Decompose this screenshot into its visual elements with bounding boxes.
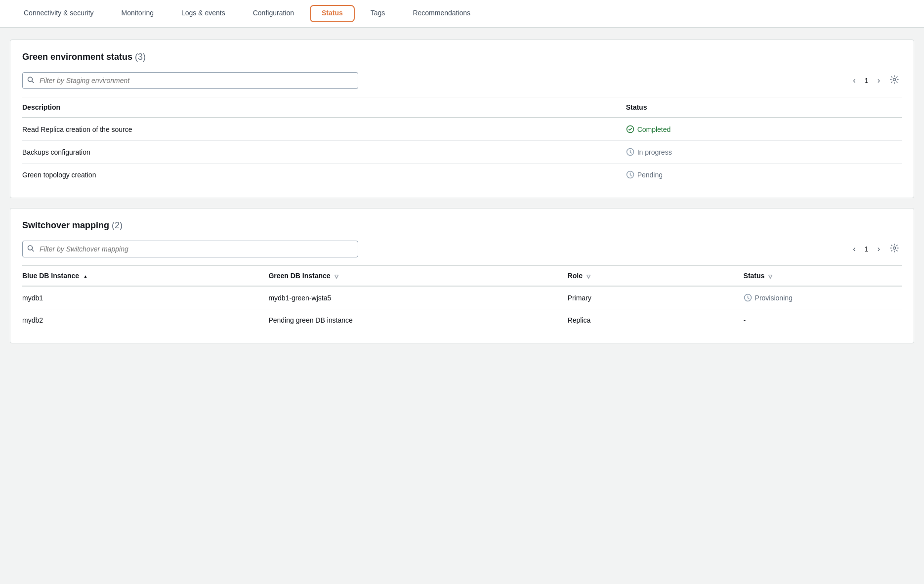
green-status-table-header: Description Status — [22, 97, 902, 118]
tab-recommendations[interactable]: Recommendations — [399, 0, 484, 27]
green-status-count: (3) — [135, 52, 146, 62]
cell-blue-db: mydb1 — [22, 286, 268, 309]
sort-desc-icon: ▽ — [768, 274, 772, 279]
svg-point-12 — [893, 247, 896, 249]
green-status-title: Green environment status (3) — [22, 52, 902, 62]
green-status-col-status: Status — [626, 97, 902, 118]
sort-desc-icon: ▽ — [335, 274, 338, 279]
cell-status: Completed — [626, 118, 902, 141]
switchover-settings-btn[interactable] — [887, 242, 902, 257]
switchover-mapping-card: Switchover mapping (2) ‹ 1 — [10, 208, 914, 343]
cell-role: Replica — [568, 309, 744, 332]
tab-tags[interactable]: Tags — [357, 0, 399, 27]
status-badge: In progress — [626, 148, 894, 156]
status-badge: Pending — [626, 170, 894, 179]
switchover-search-wrapper — [22, 241, 358, 257]
switchover-col-blue-db: Blue DB Instance ▲ — [22, 266, 268, 287]
green-status-search-input[interactable] — [22, 72, 358, 89]
switchover-title: Switchover mapping (2) — [22, 220, 902, 231]
cell-description: Green topology creation — [22, 164, 626, 186]
switchover-table: Blue DB Instance ▲ Green DB Instance ▽ R… — [22, 265, 902, 331]
green-status-prev-btn[interactable]: ‹ — [850, 74, 858, 87]
svg-line-6 — [630, 152, 631, 153]
switchover-count: (2) — [112, 220, 123, 230]
tab-configuration[interactable]: Configuration — [239, 0, 308, 27]
svg-line-1 — [32, 81, 34, 83]
green-status-search-wrapper — [22, 72, 358, 89]
cell-green-db: Pending green DB instance — [268, 309, 567, 332]
green-status-settings-btn[interactable] — [887, 73, 902, 88]
green-status-next-btn[interactable]: › — [875, 74, 883, 87]
switchover-search-row: ‹ 1 › — [22, 241, 902, 257]
cell-status: Provisioning — [744, 286, 902, 309]
table-row: mydb1 mydb1-green-wjsta5 Primary Provisi… — [22, 286, 902, 309]
tab-status[interactable]: Status — [310, 5, 355, 22]
cell-description: Read Replica creation of the source — [22, 118, 626, 141]
switchover-page-num: 1 — [863, 245, 871, 253]
green-status-page-num: 1 — [863, 77, 871, 84]
switchover-next-btn[interactable]: › — [875, 243, 883, 255]
tab-monitoring[interactable]: Monitoring — [108, 0, 168, 27]
cell-status: In progress — [626, 141, 902, 164]
switchover-col-green-db: Green DB Instance ▽ — [268, 266, 567, 287]
cell-status: - — [744, 309, 902, 332]
green-status-table: Description Status Read Replica creation… — [22, 97, 902, 186]
cell-status: Pending — [626, 164, 902, 186]
cell-description: Backups configuration — [22, 141, 626, 164]
status-badge: - — [744, 316, 746, 324]
status-badge: Provisioning — [744, 293, 894, 302]
table-row: Read Replica creation of the source Comp… — [22, 118, 902, 141]
cell-blue-db: mydb2 — [22, 309, 268, 332]
switchover-pagination: ‹ 1 › — [850, 242, 902, 257]
switchover-col-role: Role ▽ — [568, 266, 744, 287]
sort-asc-icon: ▲ — [83, 274, 88, 279]
table-row: mydb2 Pending green DB instance Replica … — [22, 309, 902, 332]
switchover-col-status: Status ▽ — [744, 266, 902, 287]
green-status-search-row: ‹ 1 › — [22, 72, 902, 89]
main-content: Green environment status (3) ‹ 1 — [0, 28, 924, 355]
tab-bar: Connectivity & security Monitoring Logs … — [0, 0, 924, 28]
svg-line-15 — [748, 298, 749, 299]
tab-logs[interactable]: Logs & events — [168, 0, 239, 27]
search-icon — [27, 245, 34, 253]
sort-desc-icon: ▽ — [587, 274, 590, 279]
cell-green-db: mydb1-green-wjsta5 — [268, 286, 567, 309]
tab-connectivity[interactable]: Connectivity & security — [10, 0, 108, 27]
svg-line-11 — [32, 250, 34, 251]
switchover-table-header: Blue DB Instance ▲ Green DB Instance ▽ R… — [22, 266, 902, 287]
table-row: Green topology creation Pending — [22, 164, 902, 186]
green-status-card: Green environment status (3) ‹ 1 — [10, 40, 914, 198]
search-icon — [27, 77, 34, 85]
switchover-prev-btn[interactable]: ‹ — [850, 243, 858, 255]
switchover-search-input[interactable] — [22, 241, 358, 257]
green-status-col-description: Description — [22, 97, 626, 118]
cell-role: Primary — [568, 286, 744, 309]
svg-line-9 — [630, 175, 631, 176]
status-badge: Completed — [626, 125, 894, 133]
table-row: Backups configuration In progress — [22, 141, 902, 164]
svg-point-2 — [893, 78, 896, 81]
green-status-pagination: ‹ 1 › — [850, 73, 902, 88]
